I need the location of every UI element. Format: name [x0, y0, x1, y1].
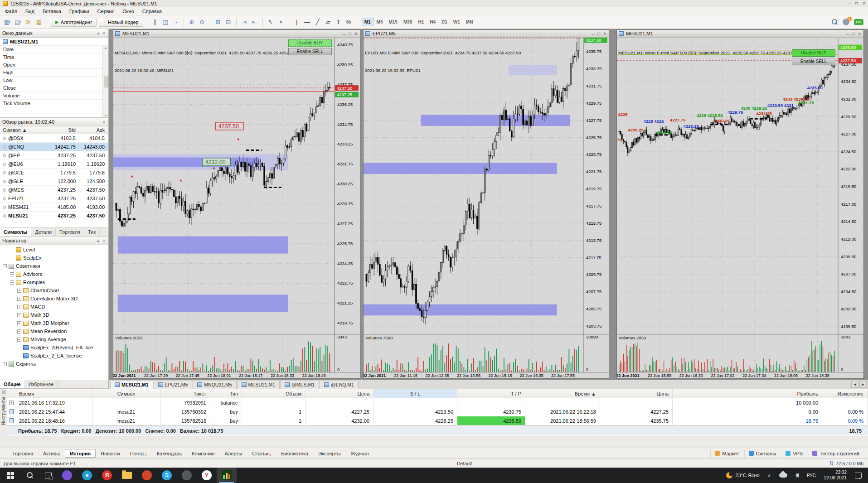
arrow-object-icon[interactable]: %▾ [344, 17, 354, 27]
disable-buy-button[interactable]: Disable BUY [288, 39, 332, 47]
chart-window-titlebar[interactable]: EPU21,M5 –□× [364, 30, 609, 38]
toolbox-tab-Алерты[interactable]: Алерты [220, 449, 247, 458]
navigator-item-Level[interactable]: Level [0, 246, 108, 254]
auto-scroll-icon[interactable]: ⇥ [239, 17, 249, 27]
expand-icon[interactable]: + [3, 362, 7, 366]
market-watch-row-EPU21[interactable]: EPU214237.254237.50 [0, 194, 108, 203]
market-watch-tab-Детали[interactable]: Детали [31, 228, 56, 236]
chart-area[interactable]: 4203.754205.754207.754209.754211.754213.… [364, 38, 609, 378]
taskbar-search-button[interactable] [21, 468, 39, 483]
notification-center-button[interactable] [851, 468, 866, 483]
chart-tab-MNQU21,M5[interactable]: MNQU21,M5 [193, 381, 236, 389]
data-window-field-high[interactable]: High [0, 69, 108, 77]
navigator-tab-Избранное[interactable]: Избранное [25, 380, 58, 388]
deposit-icon[interactable]: $▾ [24, 17, 34, 27]
expand-icon[interactable]: + [17, 321, 21, 325]
bar-chart-icon[interactable]: ∥ [150, 17, 160, 27]
expand-icon[interactable]: + [17, 305, 21, 309]
timeframe-h4[interactable]: H4 [427, 18, 438, 26]
toolbox-tab-Статьи[interactable]: Статьи4 [247, 449, 276, 458]
market-watch-row-@GLE[interactable]: @GLE122.000124.500 [0, 177, 108, 186]
menu-item-Вид[interactable]: Вид [21, 8, 39, 15]
market-watch-row-@EU6[interactable]: @EU61.196101.19620 [0, 160, 108, 169]
navigator-item-Advisors[interactable]: +Advisors [0, 270, 108, 278]
timeframe-w1[interactable]: W1 [451, 18, 463, 26]
navigator-item-Examples[interactable]: −Examples [0, 278, 108, 286]
expand-icon[interactable]: + [17, 289, 21, 293]
horizontal-line-icon[interactable]: — [302, 17, 312, 27]
collapse-icon[interactable]: − [3, 264, 7, 268]
cloud-tray-icon[interactable] [775, 468, 791, 483]
market-watch-tab-Символы[interactable]: Символы [0, 228, 31, 236]
chart-tab-@ENQ,M1[interactable]: @ENQ,M1 [320, 381, 359, 389]
start-button[interactable] [0, 468, 21, 483]
toolbox-tab-Журнал[interactable]: Журнал [345, 449, 373, 458]
text-label-icon[interactable]: T [334, 17, 344, 27]
timeframe-h1[interactable]: H1 [415, 18, 427, 26]
column-ask[interactable]: Ask [78, 127, 108, 133]
volume-tray-icon[interactable] [791, 468, 803, 483]
taskbar-clock[interactable]: 23:02 22.06.2021 [820, 470, 851, 481]
edge-icon[interactable]: e [77, 468, 97, 483]
chart-minimize-button[interactable]: – [592, 31, 595, 36]
data-window-field-low[interactable]: Low [0, 77, 108, 84]
timeframe-mn[interactable]: MN [463, 18, 476, 26]
chart-close-button[interactable]: × [603, 31, 606, 36]
data-window-field-date[interactable]: Date [0, 46, 108, 53]
market-watch-tab-Тик[interactable]: Тик [84, 228, 100, 236]
chart-shift-icon[interactable]: ⇤ [250, 17, 260, 27]
menu-item-Графики[interactable]: Графики [65, 8, 93, 15]
market-watch-row-@ENQ[interactable]: @ENQ14242.7514243.00 [0, 143, 108, 151]
chart-minimize-button[interactable]: – [847, 31, 849, 36]
language-indicator[interactable]: РУС [803, 468, 820, 483]
history-column-1[interactable]: Символ [92, 389, 160, 398]
pin-icon[interactable] [2, 391, 5, 394]
market-button[interactable]: Маркет [710, 449, 743, 458]
cursor-icon[interactable]: ↖ [266, 17, 276, 27]
navigator-item-Скрипты[interactable]: +Скрипты [0, 360, 108, 368]
disable-buy-button[interactable]: Disable BUY [792, 49, 835, 57]
panel-collapse-icon[interactable]: ▴ [96, 31, 100, 35]
data-window-symbol-row[interactable]: MESU21,M1 [0, 38, 108, 46]
yandex-icon[interactable]: Y [197, 468, 217, 483]
window-maximize-button[interactable]: □ [855, 1, 858, 6]
yandex-browser-icon[interactable]: Я [97, 468, 117, 483]
history-row-1[interactable]: 2021.06.22 15:47:44mesu21135760302buy142… [7, 407, 868, 416]
panel-close-icon[interactable]: × [102, 238, 106, 243]
history-column-3[interactable]: Тип [210, 389, 242, 398]
skype-icon[interactable]: S [157, 468, 177, 483]
zoom-out-icon[interactable]: ⊖ [197, 17, 207, 27]
algo-trading-button[interactable]: ▶Алготрейдинг [51, 18, 97, 27]
cascade-windows-icon[interactable]: ⊟ [223, 17, 233, 27]
chart-close-button[interactable]: × [354, 31, 357, 36]
timeframe-d1[interactable]: D1 [439, 18, 450, 26]
expand-icon[interactable]: + [17, 329, 21, 333]
toolbox-tab-Новости[interactable]: Новости [96, 449, 125, 458]
vps-button[interactable]: VPS [781, 449, 807, 458]
timeframe-m5[interactable]: M5 [374, 18, 386, 26]
chart-tab-MESU21,M1[interactable]: MESU21,M1 [110, 381, 153, 389]
task-view-button[interactable] [39, 468, 57, 483]
toolbox-tab-Библиотека[interactable]: Библиотека [276, 449, 313, 458]
navigator-tab-Общие[interactable]: Общие [0, 380, 25, 388]
navigator-item-Moving-Average[interactable]: +Moving Average [0, 335, 108, 343]
panel-close-icon[interactable]: × [102, 120, 106, 124]
search-icon[interactable] [831, 19, 838, 25]
new-order-button[interactable]: +Новый ордер [99, 18, 143, 27]
chart-maximize-button[interactable]: □ [597, 31, 600, 36]
history-column-8[interactable]: Время ▲ [525, 389, 600, 398]
chart-area[interactable]: 4199.504202.004204.504207.004209.504212.… [617, 38, 863, 378]
menu-item-Файл[interactable]: Файл [1, 8, 21, 15]
timeframe-m30[interactable]: M30 [401, 18, 415, 26]
data-window-field-close[interactable]: Close [0, 84, 108, 92]
lvl-badge[interactable]: LVL [854, 19, 863, 25]
expand-icon[interactable]: + [17, 313, 21, 317]
market-watch-tab-Торговля[interactable]: Торговля [56, 228, 84, 236]
hidden-icons-button[interactable]: ∧ [764, 468, 775, 483]
profiles-icon[interactable]: ▤▾ [13, 17, 23, 27]
enable-sell-button[interactable]: Enable SELL [792, 58, 835, 65]
history-column-5[interactable]: Цена [305, 389, 373, 398]
toolbox-tab-Активы[interactable]: Активы [38, 449, 65, 458]
signals-button[interactable]: Сигналы [744, 449, 781, 458]
column-bid[interactable]: Bid [46, 127, 78, 133]
